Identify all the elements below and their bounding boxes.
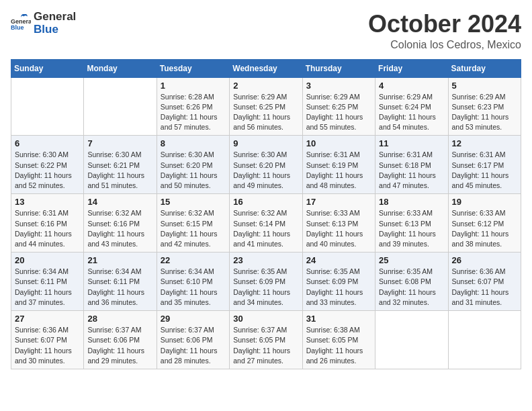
weekday-header-tuesday: Tuesday [157,59,229,77]
day-info: Sunrise: 6:29 AMSunset: 6:25 PMDaylight:… [306,92,371,133]
daylight-text: Daylight: 11 hours and 39 minutes. [379,229,444,249]
daylight-text: Daylight: 11 hours and 50 minutes. [161,171,226,191]
sunset-text: Sunset: 6:10 PM [161,277,226,287]
calendar-cell: 10Sunrise: 6:31 AMSunset: 6:19 PMDayligh… [302,136,375,194]
day-number: 18 [379,197,444,207]
calendar-week-3: 13Sunrise: 6:31 AMSunset: 6:16 PMDayligh… [11,194,521,253]
sunrise-text: Sunrise: 6:35 AM [306,267,371,277]
daylight-text: Daylight: 11 hours and 37 minutes. [15,287,80,308]
calendar-cell [11,77,84,136]
day-info: Sunrise: 6:31 AMSunset: 6:18 PMDaylight:… [379,150,444,191]
day-info: Sunrise: 6:31 AMSunset: 6:19 PMDaylight:… [306,150,371,191]
daylight-text: Daylight: 11 hours and 33 minutes. [306,287,371,308]
weekday-header-thursday: Thursday [302,59,375,77]
calendar-cell: 26Sunrise: 6:36 AMSunset: 6:07 PMDayligh… [448,253,521,311]
calendar-cell: 28Sunrise: 6:37 AMSunset: 6:06 PMDayligh… [84,311,157,369]
sunset-text: Sunset: 6:11 PM [15,277,80,287]
calendar-cell: 4Sunrise: 6:29 AMSunset: 6:24 PMDaylight… [375,77,448,136]
daylight-text: Daylight: 11 hours and 34 minutes. [233,287,298,308]
daylight-text: Daylight: 11 hours and 43 minutes. [87,229,152,249]
daylight-text: Daylight: 11 hours and 28 minutes. [161,346,226,366]
day-number: 7 [87,138,152,148]
day-info: Sunrise: 6:29 AMSunset: 6:23 PMDaylight:… [452,92,517,133]
day-number: 3 [306,81,371,91]
day-info: Sunrise: 6:37 AMSunset: 6:06 PMDaylight:… [161,325,226,366]
calendar-cell: 5Sunrise: 6:29 AMSunset: 6:23 PMDaylight… [448,77,521,136]
day-number: 22 [161,255,226,265]
calendar-cell: 14Sunrise: 6:32 AMSunset: 6:16 PMDayligh… [84,194,157,253]
calendar-cell: 22Sunrise: 6:34 AMSunset: 6:10 PMDayligh… [157,253,229,311]
day-info: Sunrise: 6:30 AMSunset: 6:20 PMDaylight:… [161,150,226,191]
calendar-cell: 1Sunrise: 6:28 AMSunset: 6:26 PMDaylight… [157,77,229,136]
daylight-text: Daylight: 11 hours and 44 minutes. [15,229,80,249]
sunset-text: Sunset: 6:17 PM [452,161,517,171]
calendar-cell: 9Sunrise: 6:30 AMSunset: 6:20 PMDaylight… [230,136,302,194]
daylight-text: Daylight: 11 hours and 49 minutes. [233,171,298,191]
calendar-cell: 27Sunrise: 6:36 AMSunset: 6:07 PMDayligh… [11,311,84,369]
sunrise-text: Sunrise: 6:32 AM [161,208,226,218]
calendar-header: SundayMondayTuesdayWednesdayThursdayFrid… [11,59,521,77]
sunset-text: Sunset: 6:20 PM [233,161,298,171]
sunset-text: Sunset: 6:24 PM [379,102,444,112]
day-info: Sunrise: 6:31 AMSunset: 6:17 PMDaylight:… [452,150,517,191]
sunset-text: Sunset: 6:09 PM [306,277,371,287]
calendar-week-4: 20Sunrise: 6:34 AMSunset: 6:11 PMDayligh… [11,253,521,311]
day-info: Sunrise: 6:37 AMSunset: 6:06 PMDaylight:… [87,325,152,366]
daylight-text: Daylight: 11 hours and 35 minutes. [161,287,226,308]
calendar-body: 1Sunrise: 6:28 AMSunset: 6:26 PMDaylight… [11,77,521,369]
day-number: 21 [87,255,152,265]
sunset-text: Sunset: 6:16 PM [87,219,152,229]
sunrise-text: Sunrise: 6:28 AM [161,92,226,102]
sunrise-text: Sunrise: 6:30 AM [87,150,152,160]
sunset-text: Sunset: 6:05 PM [306,335,371,345]
weekday-header-monday: Monday [84,59,157,77]
calendar-cell: 6Sunrise: 6:30 AMSunset: 6:22 PMDaylight… [11,136,84,194]
sunset-text: Sunset: 6:07 PM [15,335,80,345]
day-info: Sunrise: 6:33 AMSunset: 6:13 PMDaylight:… [306,208,371,249]
sunrise-text: Sunrise: 6:30 AM [15,150,80,160]
calendar-cell: 11Sunrise: 6:31 AMSunset: 6:18 PMDayligh… [375,136,448,194]
daylight-text: Daylight: 11 hours and 47 minutes. [379,171,444,191]
sunrise-text: Sunrise: 6:36 AM [452,267,517,277]
day-number: 25 [379,255,444,265]
day-info: Sunrise: 6:34 AMSunset: 6:11 PMDaylight:… [15,267,80,308]
sunset-text: Sunset: 6:18 PM [379,161,444,171]
day-number: 28 [87,314,152,324]
title-area: October 2024 Colonia los Cedros, Mexico [368,11,521,51]
day-number: 15 [161,197,226,207]
weekday-header-row: SundayMondayTuesdayWednesdayThursdayFrid… [11,59,521,77]
day-number: 11 [379,138,444,148]
day-number: 16 [233,197,298,207]
day-info: Sunrise: 6:32 AMSunset: 6:15 PMDaylight:… [161,208,226,249]
calendar-cell: 30Sunrise: 6:37 AMSunset: 6:05 PMDayligh… [230,311,302,369]
day-info: Sunrise: 6:30 AMSunset: 6:20 PMDaylight:… [233,150,298,191]
calendar-cell: 12Sunrise: 6:31 AMSunset: 6:17 PMDayligh… [448,136,521,194]
sunrise-text: Sunrise: 6:30 AM [161,150,226,160]
day-number: 26 [452,255,517,265]
calendar-cell: 21Sunrise: 6:34 AMSunset: 6:11 PMDayligh… [84,253,157,311]
sunset-text: Sunset: 6:13 PM [306,219,371,229]
calendar-cell: 16Sunrise: 6:32 AMSunset: 6:14 PMDayligh… [230,194,302,253]
day-number: 5 [452,81,517,91]
day-number: 8 [161,138,226,148]
day-info: Sunrise: 6:38 AMSunset: 6:05 PMDaylight:… [306,325,371,366]
calendar-cell [84,77,157,136]
sunset-text: Sunset: 6:14 PM [233,219,298,229]
sunrise-text: Sunrise: 6:30 AM [233,150,298,160]
day-number: 2 [233,81,298,91]
day-number: 4 [379,81,444,91]
day-number: 20 [15,255,80,265]
sunrise-text: Sunrise: 6:37 AM [87,325,152,335]
logo-blue-label: Blue [34,24,76,36]
calendar-cell: 3Sunrise: 6:29 AMSunset: 6:25 PMDaylight… [302,77,375,136]
sunrise-text: Sunrise: 6:32 AM [87,208,152,218]
sunrise-text: Sunrise: 6:29 AM [306,92,371,102]
sunset-text: Sunset: 6:06 PM [87,335,152,345]
day-info: Sunrise: 6:30 AMSunset: 6:21 PMDaylight:… [87,150,152,191]
day-info: Sunrise: 6:31 AMSunset: 6:16 PMDaylight:… [15,208,80,249]
sunset-text: Sunset: 6:09 PM [233,277,298,287]
day-number: 24 [306,255,371,265]
header: General Blue General Blue October 2024 C… [11,11,521,51]
sunrise-text: Sunrise: 6:29 AM [452,92,517,102]
sunset-text: Sunset: 6:25 PM [306,102,371,112]
